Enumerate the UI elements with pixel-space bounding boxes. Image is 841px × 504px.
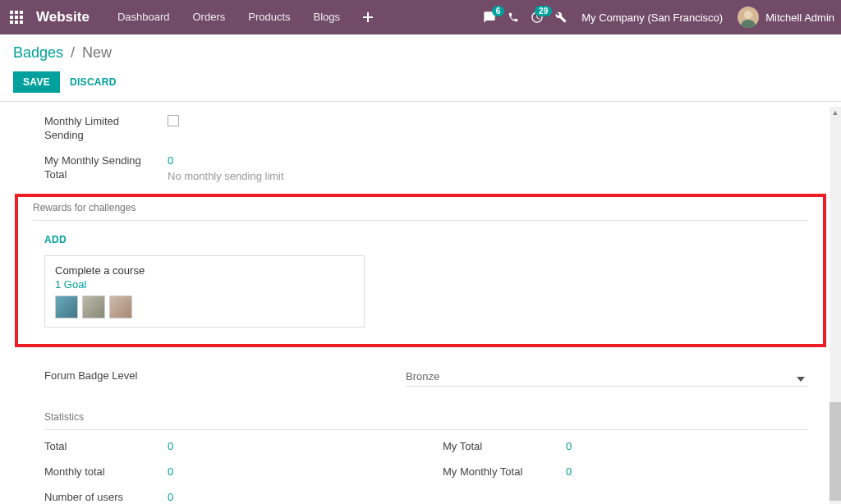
save-button[interactable]: SAVE — [13, 71, 60, 93]
control-panel: Badges / New SAVE DISCARD — [0, 34, 841, 102]
scrollbar-thumb[interactable] — [830, 402, 841, 501]
form-actions: SAVE DISCARD — [13, 71, 828, 93]
stat-row-number-users: Number of users 0 — [44, 491, 410, 504]
rewards-divider — [33, 220, 808, 221]
nav-item-dashboard[interactable]: Dashboard — [106, 0, 182, 34]
user-avatar — [738, 7, 759, 28]
svg-rect-0 — [10, 11, 13, 14]
challenge-card-subtitle: 1 Goal — [55, 278, 354, 291]
nav-item-orders[interactable]: Orders — [181, 0, 237, 34]
stat-label: Total — [44, 440, 168, 454]
activities-icon[interactable]: 29 — [531, 11, 544, 24]
discard-button[interactable]: DISCARD — [70, 76, 117, 88]
nav-item-products[interactable]: Products — [237, 0, 301, 34]
svg-rect-8 — [20, 21, 23, 24]
challenge-card-title: Complete a course — [55, 264, 354, 277]
stat-row-monthly-total: Monthly total 0 — [44, 465, 410, 479]
svg-rect-5 — [20, 16, 23, 19]
statistics-divider — [44, 429, 808, 430]
svg-point-12 — [744, 11, 752, 19]
nav-right: 6 29 My Company (San Francisco) Mitchell… — [483, 7, 834, 28]
svg-rect-7 — [15, 21, 18, 24]
forum-badge-value: Bronze — [406, 370, 439, 383]
participant-avatar — [82, 296, 105, 318]
rewards-section-title: Rewards for challenges — [33, 202, 808, 213]
user-name: Mitchell Admin — [765, 11, 834, 24]
stat-row-my-total: My Total 0 — [443, 440, 808, 454]
svg-rect-4 — [15, 16, 18, 19]
statistics-section-title: Statistics — [44, 411, 808, 423]
statistics-right-column: My Total 0 My Monthly Total 0 — [443, 440, 808, 504]
participant-avatar — [55, 296, 78, 318]
stat-label: Number of users — [44, 491, 168, 504]
stat-label: My Monthly Total — [443, 465, 566, 479]
top-navbar: Website Dashboard Orders Products Blogs … — [0, 0, 841, 34]
statistics-columns: Total 0 Monthly total 0 Number of users … — [44, 440, 808, 504]
scrollbar-arrow-up-icon[interactable]: ▲ — [830, 107, 841, 118]
monthly-limited-row: Monthly Limited Sending — [44, 115, 808, 143]
challenge-card-avatars — [55, 296, 354, 318]
stat-value: 0 — [566, 440, 572, 452]
nav-menu: Dashboard Orders Products Blogs — [106, 0, 384, 34]
stat-value: 0 — [566, 465, 572, 478]
my-monthly-sending-row: My Monthly Sending Total 0 No monthly se… — [44, 154, 808, 182]
breadcrumb-separator: / — [71, 44, 75, 61]
svg-rect-1 — [15, 11, 18, 14]
stat-row-my-monthly-total: My Monthly Total 0 — [443, 465, 808, 479]
messages-count-badge: 6 — [492, 6, 505, 16]
forum-badge-select[interactable]: Bronze — [406, 367, 808, 387]
chevron-down-icon — [797, 372, 805, 384]
app-name[interactable]: Website — [36, 9, 90, 25]
forum-badge-label: Forum Badge Level — [44, 369, 406, 383]
new-content-button[interactable] — [352, 0, 384, 34]
svg-rect-2 — [20, 11, 23, 14]
my-monthly-sending-hint: No monthly sending limit — [168, 170, 284, 182]
svg-rect-6 — [10, 21, 13, 24]
my-monthly-sending-value: 0 — [168, 154, 284, 167]
stat-label: Monthly total — [44, 465, 168, 479]
stat-value: 0 — [168, 491, 173, 503]
form-view: Monthly Limited Sending My Monthly Sendi… — [0, 102, 841, 504]
apps-menu-icon[interactable] — [7, 7, 26, 27]
phone-icon[interactable] — [508, 11, 519, 23]
breadcrumb-current: New — [82, 44, 112, 61]
company-switcher[interactable]: My Company (San Francisco) — [581, 11, 723, 24]
breadcrumb: Badges / New — [13, 44, 828, 62]
messages-icon[interactable]: 6 — [483, 11, 496, 24]
challenge-card[interactable]: Complete a course 1 Goal — [44, 255, 365, 328]
stat-value: 0 — [168, 465, 173, 478]
statistics-left-column: Total 0 Monthly total 0 Number of users … — [44, 440, 410, 504]
stat-value: 0 — [168, 440, 173, 452]
rewards-section-highlighted: Rewards for challenges ADD Complete a co… — [15, 194, 826, 347]
debug-icon[interactable] — [555, 11, 567, 23]
user-menu[interactable]: Mitchell Admin — [738, 7, 834, 28]
monthly-limited-label: Monthly Limited Sending — [44, 115, 168, 143]
breadcrumb-root[interactable]: Badges — [13, 44, 63, 61]
activities-count-badge: 29 — [535, 6, 552, 16]
nav-item-blogs[interactable]: Blogs — [302, 0, 352, 34]
svg-rect-3 — [10, 16, 13, 19]
rewards-add-button[interactable]: ADD — [44, 234, 808, 245]
stat-row-total: Total 0 — [44, 440, 410, 454]
svg-rect-10 — [363, 16, 373, 18]
my-monthly-sending-label: My Monthly Sending Total — [44, 154, 168, 182]
stat-label: My Total — [443, 440, 566, 454]
forum-badge-row: Forum Badge Level Bronze — [44, 367, 808, 387]
monthly-limited-checkbox[interactable] — [168, 115, 179, 126]
participant-avatar — [109, 296, 132, 318]
